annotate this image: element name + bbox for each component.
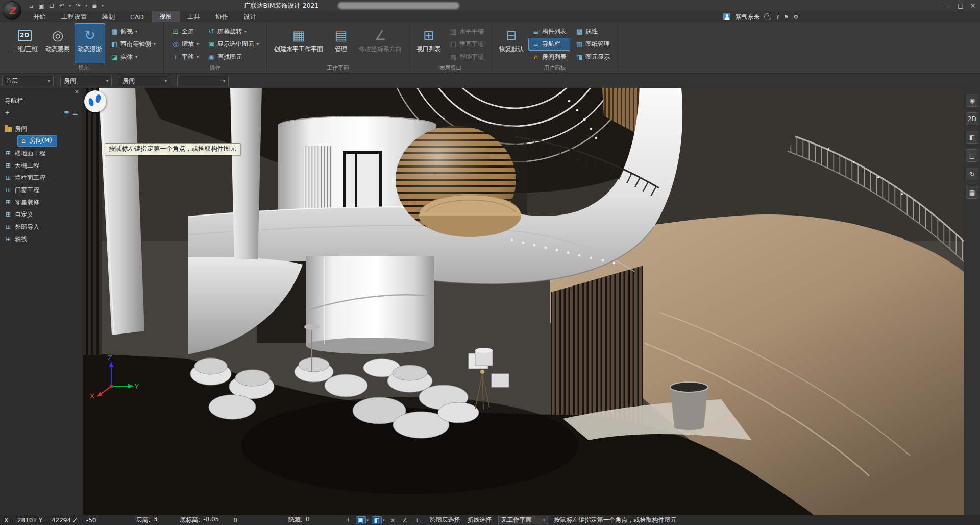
plane-filter-button[interactable]: ▣ [356,516,366,524]
viewport-list-button[interactable]: ⊞ 视口列表 [413,23,444,63]
floor-height-label: 层高: [136,516,150,524]
fullscreen-button[interactable]: ⊡ 全屏 [168,25,202,38]
create-horizontal-workplane-button[interactable]: ▦ 创建水平工作平面 [271,23,326,63]
tab-draw[interactable]: 绘制 [94,11,122,22]
tree-node-ceiling-works[interactable]: ⊞ 天棚工程 [0,159,83,172]
tree-label: 轴线 [15,235,27,244]
component-list-button[interactable]: ≣ 构件列表 [528,25,570,38]
tree-node-door-window-works[interactable]: ⊞ 门窗工程 [0,184,83,196]
ribbon-group-workplane: ▦ 创建水平工作平面 ▤ 管理 ∠ 修改坐标系方向 工作平面 [267,22,409,73]
settings-gear-icon[interactable]: ⚙ [793,14,798,20]
list-view-icon[interactable]: ≣ [64,109,69,117]
polyline-select-toggle[interactable]: 折线选择 [468,516,492,524]
zoom-button[interactable]: ◎ 缩放 ▾ [168,38,202,51]
restore-default-button[interactable]: ⊟ 恢复默认 [496,23,527,63]
statusbar-hint: 按鼠标左键指定第一个角点，或拾取构件图元 [554,516,677,524]
help-icon[interactable]: ? [764,13,771,20]
detail-view-icon[interactable]: ≡ [72,109,78,117]
2d-view-button[interactable]: 2D [966,112,978,125]
solid-filter-button[interactable]: ◧ [372,516,382,524]
tab-cad[interactable]: CAD [122,11,152,22]
ortho-snap-icon[interactable]: ⊥ [344,516,354,524]
vertical-tile-button[interactable]: ▤ 垂直平铺 [446,38,487,51]
front-view-button[interactable]: □ [966,149,978,162]
pin-icon[interactable]: ⚑ [783,14,789,20]
cross-layer-select-toggle[interactable]: 跨图层选择 [430,516,460,524]
dynamic-orbit-button[interactable]: ◎ 动态观察 [42,23,73,63]
room-select-2[interactable]: 房间 ▾ [119,76,170,86]
viewport-layout-button[interactable]: ▦ [966,186,978,199]
ribbon-group-user-panels: ⊟ 恢复默认 ≣ 构件列表 ≡ 导航栏 ⌂ 房间列表 [492,22,618,73]
tab-tools[interactable]: 工具 [180,11,208,22]
tree-node-external-import[interactable]: ⊞ 外部导入 [0,221,83,233]
tree-node-custom[interactable]: ⊞ 自定义 [0,208,83,221]
quick-access-toolbar: ▫ ▣ ⊟ ↶ ▾ ↷ ▾ ≣ ▾ [27,2,105,9]
tab-view[interactable]: 视图 [152,11,180,22]
app-logo[interactable]: Z [3,1,21,20]
locate-icon[interactable]: + [5,109,10,116]
show-selected-elements-button[interactable]: ▣ 显示选中图元 ▾ [204,38,262,51]
open-file-icon[interactable]: ▣ [37,2,46,9]
tree-node-misc-decoration[interactable]: ⊞ 零星装修 [0,196,83,208]
question-icon[interactable]: ? [776,14,779,20]
modify-coordinate-direction-button[interactable]: ∠ 修改坐标系方向 [356,23,405,63]
tree-node-axis-lines[interactable]: ⊞ 轴线 [0,233,83,245]
workplane-select[interactable]: 无工作平面 ▾ [498,516,548,524]
panel-close-icon[interactable]: × [75,88,79,96]
titlebar: Z ▫ ▣ ⊟ ↶ ▾ ↷ ▾ ≣ ▾ 广联达BIM装饰设计 2021 — □ … [0,0,980,11]
solid-style-button[interactable]: ◪ 实体 ▾ [107,51,159,63]
pan-button[interactable]: + 平移 ▾ [168,51,202,63]
user-name[interactable]: 紫气东来 [735,13,760,21]
dynamic-walkthrough-button[interactable]: ↻ 动态漫游 [75,23,105,63]
element-display-button[interactable]: ◨ 图元显示 [572,51,614,63]
clear-selection-icon[interactable]: × [388,516,398,524]
print-icon[interactable]: ≣ [90,2,99,9]
top-view-button[interactable]: ▦ 俯视 ▾ [107,25,159,38]
tab-project-settings[interactable]: 工程设置 [54,11,94,22]
visual-style-button[interactable]: ◉ [966,94,978,107]
properties-button[interactable]: ▤ 属性 [572,25,614,38]
left-slat-wall [83,88,102,355]
tab-design[interactable]: 设计 [236,11,264,22]
level-select[interactable]: 首层 ▾ [2,76,54,86]
button-label: 俯视 [120,27,133,36]
angle-tool-icon[interactable]: ∠ [400,516,410,524]
empty-select[interactable]: ▾ [177,76,229,86]
tree-node-room-folder[interactable]: 房间 [0,123,83,135]
manage-workplane-button[interactable]: ▤ 管理 [328,23,354,63]
room-select-1[interactable]: 房间 ▾ [60,76,112,86]
horizontal-tile-button[interactable]: ▥ 水平平铺 [446,25,487,38]
iso-view-button[interactable]: ◧ [966,131,978,144]
undo-dropdown-icon[interactable]: ▾ [67,4,72,8]
drawing-management-button[interactable]: ▧ 图纸管理 [572,38,614,51]
southwest-isometric-button[interactable]: ◧ 西南等轴侧 ▾ [107,38,159,51]
undo-icon[interactable]: ↶ [57,2,66,9]
smart-tile-button[interactable]: ▦ 智能平铺 [446,51,487,63]
component-list-icon: ≣ [532,28,540,36]
tree-node-wall-column-works[interactable]: ⊞ 墙柱面工程 [0,172,83,184]
2d-3d-toggle-button[interactable]: 2D 二维/三维 [8,23,41,63]
button-label: 西南等轴侧 [120,40,151,49]
save-icon[interactable]: ⊟ [47,2,56,9]
tab-collaborate[interactable]: 协作 [208,11,236,22]
solid-filter-caret-icon[interactable]: ▾ [383,518,385,522]
axis-tool-icon[interactable]: + [412,516,423,524]
toolbar-options-icon[interactable]: ▾ [100,4,105,8]
maximize-button[interactable]: □ [954,0,967,11]
tree-label: 门窗工程 [15,186,39,195]
minimize-button[interactable]: — [942,0,954,11]
plane-filter-caret-icon[interactable]: ▾ [367,518,369,522]
screen-rotate-button[interactable]: ↺ 屏幕旋转 ▾ [204,25,262,38]
viewport-3d[interactable]: Z Y X 按鼠标左键指定第一个角点，或拾取构件图元 [83,88,964,515]
find-element-button[interactable]: ◉ 查找图元 [204,51,262,63]
close-button[interactable]: × [967,0,979,11]
redo-dropdown-icon[interactable]: ▾ [84,4,89,8]
new-file-icon[interactable]: ▫ [27,2,36,9]
redo-icon[interactable]: ↷ [74,2,83,9]
navigation-bar-button[interactable]: ≡ 导航栏 [528,38,570,51]
room-list-button[interactable]: ⌂ 房间列表 [528,51,570,63]
rotate-view-button[interactable]: ↻ [966,168,978,180]
tree-node-floor-works[interactable]: ⊞ 楼地面工程 [0,147,83,159]
tree-node-room-m-selected[interactable]: ⌂ 房间(M) [0,135,83,147]
tab-start[interactable]: 开始 [26,11,54,22]
